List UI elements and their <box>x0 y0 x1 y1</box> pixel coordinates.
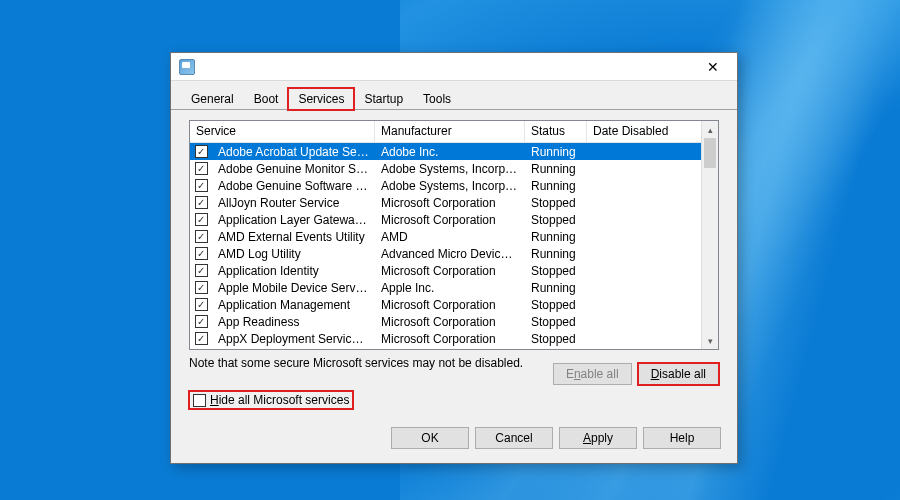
row-manufacturer: Microsoft Corporation <box>375 332 525 346</box>
row-manufacturer: Microsoft Corporation <box>375 264 525 278</box>
row-service: Application Identity <box>212 264 375 278</box>
table-header: Service Manufacturer Status Date Disable… <box>190 121 701 143</box>
row-status: Stopped <box>525 213 587 227</box>
table-row[interactable]: ✓AMD Log UtilityAdvanced Micro Devices, … <box>190 245 701 262</box>
row-checkbox-cell: ✓ <box>190 264 212 277</box>
scroll-down-icon[interactable]: ▾ <box>702 332 718 349</box>
hide-microsoft-services-label: Hide all Microsoft services <box>210 393 349 407</box>
table-row[interactable]: ✓Adobe Acrobat Update ServiceAdobe Inc.R… <box>190 143 701 160</box>
table-row[interactable]: ✓AllJoyn Router ServiceMicrosoft Corpora… <box>190 194 701 211</box>
help-button[interactable]: Help <box>643 427 721 449</box>
row-service: AMD Log Utility <box>212 247 375 261</box>
table-row[interactable]: ✓Adobe Genuine Software Integri...Adobe … <box>190 177 701 194</box>
ok-button[interactable]: OK <box>391 427 469 449</box>
row-checkbox[interactable]: ✓ <box>195 281 208 294</box>
row-service: AppX Deployment Service (AppX... <box>212 332 375 346</box>
row-checkbox-cell: ✓ <box>190 196 212 209</box>
row-checkbox[interactable]: ✓ <box>195 162 208 175</box>
row-checkbox[interactable]: ✓ <box>195 230 208 243</box>
row-checkbox-cell: ✓ <box>190 332 212 345</box>
apply-button[interactable]: Apply <box>559 427 637 449</box>
row-service: Adobe Acrobat Update Service <box>212 145 375 159</box>
row-status: Stopped <box>525 264 587 278</box>
tab-tools[interactable]: Tools <box>413 88 461 110</box>
disable-all-button[interactable]: Disable all <box>638 363 719 385</box>
app-icon <box>179 59 195 75</box>
row-checkbox-cell: ✓ <box>190 247 212 260</box>
table-body: ✓Adobe Acrobat Update ServiceAdobe Inc.R… <box>190 143 701 347</box>
row-manufacturer: Microsoft Corporation <box>375 315 525 329</box>
row-checkbox-cell: ✓ <box>190 145 212 158</box>
row-service: AllJoyn Router Service <box>212 196 375 210</box>
col-service[interactable]: Service <box>190 121 375 142</box>
table-row[interactable]: ✓App ReadinessMicrosoft CorporationStopp… <box>190 313 701 330</box>
row-service: Application Management <box>212 298 375 312</box>
row-manufacturer: Microsoft Corporation <box>375 213 525 227</box>
row-checkbox-cell: ✓ <box>190 162 212 175</box>
tab-strip: General Boot Services Startup Tools <box>171 81 737 110</box>
services-listview[interactable]: Service Manufacturer Status Date Disable… <box>189 120 719 350</box>
row-manufacturer: Microsoft Corporation <box>375 298 525 312</box>
enable-all-button[interactable]: Enable all <box>553 363 632 385</box>
row-status: Running <box>525 162 587 176</box>
row-manufacturer: Adobe Systems, Incorpora... <box>375 162 525 176</box>
row-checkbox[interactable]: ✓ <box>195 196 208 209</box>
tab-panel-services: Service Manufacturer Status Date Disable… <box>171 110 737 380</box>
row-status: Running <box>525 247 587 261</box>
titlebar[interactable]: ✕ <box>171 53 737 81</box>
table-row[interactable]: ✓AMD External Events UtilityAMDRunning <box>190 228 701 245</box>
row-service: Application Layer Gateway Service <box>212 213 375 227</box>
row-status: Stopped <box>525 315 587 329</box>
hide-microsoft-services-checkbox[interactable] <box>193 394 206 407</box>
row-status: Stopped <box>525 298 587 312</box>
row-status: Stopped <box>525 332 587 346</box>
row-service: App Readiness <box>212 315 375 329</box>
row-checkbox[interactable]: ✓ <box>195 298 208 311</box>
row-manufacturer: AMD <box>375 230 525 244</box>
hide-microsoft-services-row[interactable]: Hide all Microsoft services <box>189 391 353 409</box>
row-manufacturer: Advanced Micro Devices, I... <box>375 247 525 261</box>
col-manufacturer[interactable]: Manufacturer <box>375 121 525 142</box>
vertical-scrollbar[interactable]: ▴ ▾ <box>701 121 718 349</box>
scroll-up-icon[interactable]: ▴ <box>702 121 718 138</box>
row-status: Running <box>525 230 587 244</box>
cancel-button[interactable]: Cancel <box>475 427 553 449</box>
row-service: AMD External Events Utility <box>212 230 375 244</box>
tab-boot[interactable]: Boot <box>244 88 289 110</box>
row-status: Running <box>525 145 587 159</box>
row-checkbox[interactable]: ✓ <box>195 145 208 158</box>
table-row[interactable]: ✓Application IdentityMicrosoft Corporati… <box>190 262 701 279</box>
tab-services[interactable]: Services <box>288 88 354 110</box>
row-checkbox[interactable]: ✓ <box>195 264 208 277</box>
row-service: Adobe Genuine Monitor Service <box>212 162 375 176</box>
row-service: Adobe Genuine Software Integri... <box>212 179 375 193</box>
row-service: Apple Mobile Device Service <box>212 281 375 295</box>
table-row[interactable]: ✓Application Layer Gateway ServiceMicros… <box>190 211 701 228</box>
row-checkbox-cell: ✓ <box>190 315 212 328</box>
row-checkbox[interactable]: ✓ <box>195 213 208 226</box>
row-checkbox[interactable]: ✓ <box>195 332 208 345</box>
table-row[interactable]: ✓Apple Mobile Device ServiceApple Inc.Ru… <box>190 279 701 296</box>
row-checkbox[interactable]: ✓ <box>195 315 208 328</box>
row-manufacturer: Microsoft Corporation <box>375 196 525 210</box>
row-checkbox[interactable]: ✓ <box>195 247 208 260</box>
table-row[interactable]: ✓Application ManagementMicrosoft Corpora… <box>190 296 701 313</box>
col-status[interactable]: Status <box>525 121 587 142</box>
row-status: Stopped <box>525 196 587 210</box>
row-checkbox[interactable]: ✓ <box>195 179 208 192</box>
row-checkbox-cell: ✓ <box>190 230 212 243</box>
col-date-disabled[interactable]: Date Disabled <box>587 121 701 142</box>
row-status: Running <box>525 281 587 295</box>
row-checkbox-cell: ✓ <box>190 179 212 192</box>
row-manufacturer: Adobe Inc. <box>375 145 525 159</box>
row-status: Running <box>525 179 587 193</box>
tab-startup[interactable]: Startup <box>354 88 413 110</box>
table-row[interactable]: ✓Adobe Genuine Monitor ServiceAdobe Syst… <box>190 160 701 177</box>
tab-general[interactable]: General <box>181 88 244 110</box>
row-manufacturer: Adobe Systems, Incorpora... <box>375 179 525 193</box>
table-row[interactable]: ✓AppX Deployment Service (AppX...Microso… <box>190 330 701 347</box>
row-checkbox-cell: ✓ <box>190 281 212 294</box>
scroll-thumb[interactable] <box>704 138 716 168</box>
row-checkbox-cell: ✓ <box>190 298 212 311</box>
close-button[interactable]: ✕ <box>693 53 733 80</box>
